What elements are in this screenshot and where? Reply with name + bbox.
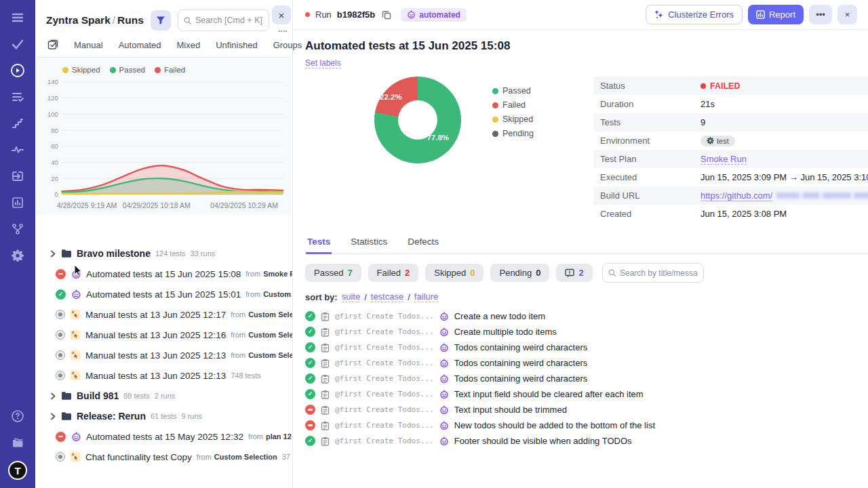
run-from-source[interactable]: Custom Selection (263, 290, 292, 298)
run-title[interactable]: Manual tests at 13 Jun 2025 12:13 (85, 350, 226, 361)
filter-pending-chip[interactable]: Pending0 (490, 264, 549, 282)
run-from-source[interactable]: Custom Selection (214, 453, 277, 461)
test-title[interactable]: Todos containing weird characters (454, 358, 588, 368)
clusterize-errors-button[interactable]: Clusterize Errors (646, 5, 743, 24)
test-suite[interactable]: @first Create Todos... (335, 405, 434, 414)
report-button[interactable]: Report (748, 5, 804, 24)
tab-automated[interactable]: Automated (119, 40, 161, 50)
run-row[interactable]: Manual tests at 13 Jun 2025 12:13 from C… (35, 345, 292, 365)
import-icon[interactable] (9, 168, 26, 184)
run-row[interactable]: Automated tests at 15 May 2025 12:32 fro… (35, 426, 292, 447)
run-row[interactable]: Bravo milestone from 124 tests 33 runs (35, 243, 292, 264)
sort-by-testcase[interactable]: testcase (371, 291, 403, 302)
filter-button[interactable] (151, 10, 171, 30)
test-suite[interactable]: @first Create Todos... (335, 359, 434, 367)
run-title[interactable]: Bravo milestone (77, 248, 151, 259)
run-row[interactable]: Automated tests at 15 Jun 2025 15:01 fro… (35, 284, 292, 304)
test-plan-link[interactable]: Smoke Run (701, 154, 747, 165)
test-title[interactable]: Create a new todo item (454, 311, 545, 321)
test-suite[interactable]: @first Create Todos... (335, 327, 434, 336)
tab-manual[interactable]: Manual (74, 40, 103, 50)
panel-resize-handle[interactable] (279, 27, 287, 32)
test-row[interactable]: @first Create Todos... Todos containing … (305, 373, 868, 384)
run-row[interactable]: Build 981 from 88 tests 2 runs (35, 386, 292, 406)
tab-statistics[interactable]: Statistics (349, 232, 389, 253)
tests-search-input[interactable] (620, 268, 698, 278)
tab-unfinished[interactable]: Unfinished (216, 40, 257, 50)
run-row[interactable]: Automated tests at 15 Jun 2025 15:08 fro… (35, 264, 292, 284)
project-name[interactable]: Zyntra Spark (46, 14, 111, 26)
run-row[interactable]: Manual tests at 13 Jun 2025 12:17 from C… (35, 304, 292, 325)
test-row[interactable]: @first Create Todos... New todos should … (305, 420, 868, 431)
help-icon[interactable] (9, 408, 26, 424)
test-title[interactable]: New todos should be added to the bottom … (454, 420, 655, 430)
test-suite[interactable]: @first Create Todos... (335, 390, 434, 399)
test-row[interactable]: @first Create Todos... Text input field … (305, 388, 868, 400)
run-title[interactable]: Manual tests at 13 Jun 2025 12:16 (85, 330, 226, 340)
select-runs-icon[interactable] (47, 39, 58, 50)
run-title[interactable]: Automated tests at 15 May 2025 12:32 (86, 432, 243, 442)
run-title[interactable]: Manual tests at 13 Jun 2025 12:17 (85, 310, 226, 320)
run-from-source[interactable]: Custom Selection (248, 351, 292, 359)
test-suite[interactable]: @first Create Todos... (335, 436, 434, 445)
test-row[interactable]: @first Create Todos... Create multiple t… (305, 326, 868, 338)
test-row[interactable]: @first Create Todos... Footer should be … (305, 435, 868, 447)
test-suite[interactable]: @first Create Todos... (335, 374, 434, 383)
steps-icon[interactable] (9, 115, 26, 131)
test-title[interactable]: Footer should be visible when adding TOD… (454, 436, 632, 446)
app-logo[interactable]: T (8, 461, 27, 480)
run-title[interactable]: Automated tests at 15 Jun 2025 15:08 (86, 269, 241, 279)
run-title[interactable]: Chat functinality test Copy (85, 452, 192, 462)
branch-icon[interactable] (9, 221, 26, 237)
chevron-right-icon[interactable] (50, 413, 56, 420)
tab-defects[interactable]: Defects (406, 232, 440, 253)
activity-icon[interactable] (9, 142, 26, 158)
filter-skipped-chip[interactable]: Skipped0 (425, 264, 484, 282)
test-title[interactable]: Text input field should be cleared after… (454, 389, 644, 399)
build-url-link[interactable]: https://github.com/ (701, 190, 772, 201)
test-title[interactable]: Todos containing weird characters (454, 373, 588, 384)
test-suite[interactable]: @first Create Todos... (335, 343, 434, 352)
more-actions-button[interactable]: ••• (809, 5, 832, 24)
sort-by-failure[interactable]: failure (414, 291, 438, 302)
set-labels-link[interactable]: Set labels (305, 58, 341, 68)
folders-icon[interactable] (9, 434, 26, 451)
run-from-source[interactable]: Custom Selection (248, 310, 292, 319)
run-row[interactable]: Release: Rerun from 61 tests 9 runs (35, 406, 292, 426)
tab-tests[interactable]: Tests (306, 232, 332, 254)
sort-by-suite[interactable]: suite (342, 291, 360, 302)
test-row[interactable]: @first Create Todos... Todos containing … (305, 342, 868, 353)
test-suite[interactable]: @first Create Todos... (335, 421, 434, 430)
menu-icon[interactable] (9, 9, 26, 26)
run-title[interactable]: Build 981 (77, 390, 119, 401)
run-title[interactable]: Manual tests at 13 Jun 2025 12:13 (85, 371, 226, 381)
filter-passed-chip[interactable]: Passed7 (305, 264, 361, 282)
test-row[interactable]: @first Create Todos... Todos containing … (305, 357, 868, 369)
run-from-source[interactable]: Smoke Run (263, 270, 292, 278)
tab-mixed[interactable]: Mixed (177, 40, 201, 50)
test-title[interactable]: Text input should be trimmed (454, 405, 567, 415)
run-row[interactable]: Chat functinality test Copy from Custom … (35, 447, 292, 467)
list-check-icon[interactable] (9, 89, 26, 105)
test-row[interactable]: @first Create Todos... Text input should… (305, 404, 868, 415)
run-row[interactable]: Manual tests at 13 Jun 2025 12:16 from C… (35, 325, 292, 345)
test-row[interactable]: @first Create Todos... Create a new todo… (305, 310, 868, 322)
copy-icon[interactable] (382, 10, 391, 20)
check-icon[interactable] (9, 36, 26, 52)
tab-groups[interactable]: Groups (273, 40, 302, 50)
filter-failed-chip[interactable]: Failed2 (368, 264, 419, 282)
gear-icon[interactable] (9, 247, 26, 264)
test-title[interactable]: Create multiple todo items (454, 327, 557, 337)
run-title[interactable]: Release: Rerun (77, 411, 146, 422)
runs-search-input[interactable] (195, 16, 263, 25)
close-run-button[interactable]: × (837, 5, 857, 24)
chevron-right-icon[interactable] (50, 250, 56, 258)
test-suite[interactable]: @first Create Todos... (335, 312, 434, 321)
run-from-source[interactable]: plan 12 (266, 432, 292, 441)
play-circle-icon[interactable] (9, 62, 26, 79)
filter-comments-chip[interactable]: 2 (556, 264, 592, 282)
run-row[interactable]: Manual tests at 13 Jun 2025 12:13 from 7… (35, 365, 292, 386)
run-from-source[interactable]: Custom Selection (248, 331, 292, 339)
bar-chart-icon[interactable] (9, 195, 26, 211)
run-title[interactable]: Automated tests at 15 Jun 2025 15:01 (86, 289, 241, 300)
